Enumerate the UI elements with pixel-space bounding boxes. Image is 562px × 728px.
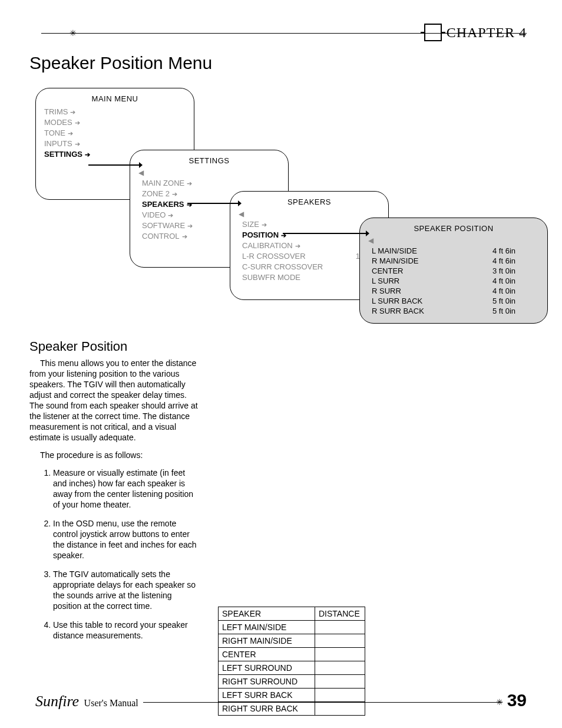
arrow-right-icon: ➔ [75, 119, 80, 126]
step-item: The TGIV automatically sets the appropri… [53, 569, 200, 611]
chapter-label: CHAPTER 4 [447, 25, 527, 41]
connector-arrowhead [366, 230, 369, 236]
connector-line [88, 164, 141, 166]
table-cell [315, 634, 365, 648]
section-heading: Speaker Position [29, 341, 200, 352]
panel-title: SPEAKERS [239, 197, 380, 206]
arrow-right-icon: ➔ [295, 242, 300, 249]
menu-diagram: MAIN MENU TRIMS➔ MODES➔ TONE➔ INPUTS➔ SE… [29, 88, 533, 335]
body-text-column: Speaker Position This menu allows you to… [29, 341, 200, 649]
chapter-box-icon [424, 24, 442, 41]
connector-arrowhead [238, 200, 242, 206]
table-cell: CENTER [219, 648, 315, 661]
back-arrow-icon: ◀ [368, 236, 539, 245]
table-cell: LEFT SURROUND [219, 661, 315, 675]
speaker-row: L SURR4 ft 0in [372, 276, 539, 286]
table-header: SPEAKER [219, 607, 315, 621]
speaker-row: R SURR BACK5 ft 0in [372, 306, 539, 316]
speaker-row: R SURR4 ft 0in [372, 286, 539, 296]
menu-item: INPUTS➔ [44, 139, 186, 149]
menu-item: MAIN ZONE➔ [142, 178, 280, 189]
table-cell: RIGHT SURROUND [219, 675, 315, 689]
table-cell [315, 648, 365, 661]
table-cell: RIGHT MAIN/SIDE [219, 634, 315, 648]
footer-rule [143, 702, 503, 703]
connector-line [187, 203, 240, 204]
back-arrow-icon: ◀ [138, 169, 280, 177]
arrow-right-icon: ➔ [68, 130, 73, 137]
arrow-right-icon: ➔ [70, 108, 75, 116]
panel-title: SETTINGS [138, 156, 280, 165]
arrow-right-icon: ➔ [262, 221, 267, 228]
table-cell [315, 621, 365, 634]
table-cell: LEFT MAIN/SIDE [219, 621, 315, 634]
chapter-header: CHAPTER 4 [424, 24, 527, 41]
paragraph: The procedure is as follows: [29, 450, 200, 460]
arrow-right-icon: ➔ [187, 222, 193, 229]
crop-mark-icon: ✳ [496, 697, 503, 707]
manual-label: User's Manual [84, 698, 138, 708]
arrow-right-icon: ➔ [187, 180, 192, 187]
panel-speaker-position: SPEAKER POSITION ◀ L MAIN/SIDE4 ft 6in R… [359, 218, 548, 324]
arrow-right-icon: ➔ [85, 151, 90, 158]
arrow-right-icon: ➔ [75, 140, 80, 147]
table-header: DISTANCE [315, 607, 365, 621]
step-item: In the OSD menu, use the remote control … [53, 518, 200, 561]
arrow-right-icon: ➔ [172, 190, 177, 197]
page-title: Speaker Position Menu [29, 53, 533, 73]
panel-title: SPEAKER POSITION [368, 224, 539, 233]
menu-item: TONE➔ [44, 128, 186, 139]
speaker-row: R MAIN/SIDE4 ft 6in [372, 256, 539, 266]
step-item: Measure or visually estimate (in feet an… [53, 467, 200, 510]
arrow-right-icon: ➔ [168, 212, 173, 219]
connector-arrowhead [139, 162, 143, 168]
speaker-row: CENTER3 ft 0in [372, 266, 539, 276]
table-cell [315, 675, 365, 689]
brand-logo: Sunfire [35, 693, 79, 710]
page-footer: Sunfire User's Manual 39 [35, 690, 527, 710]
back-arrow-icon: ◀ [239, 210, 380, 218]
speaker-row: L SURR BACK5 ft 0in [372, 296, 539, 306]
connector-line [283, 233, 368, 234]
table-cell [315, 661, 365, 675]
speaker-row: L MAIN/SIDE4 ft 6in [372, 246, 539, 256]
panel-title: MAIN MENU [44, 94, 186, 103]
arrow-right-icon: ➔ [187, 201, 192, 208]
arrow-right-icon: ➔ [182, 233, 187, 240]
page-number: 39 [507, 690, 527, 710]
step-item: Use this table to record your speaker di… [53, 620, 200, 641]
menu-item: TRIMS➔ [44, 107, 186, 117]
menu-item: MODES➔ [44, 117, 186, 128]
paragraph: This menu allows you to enter the distan… [29, 358, 200, 443]
crop-mark-icon: ✳ [70, 29, 77, 37]
